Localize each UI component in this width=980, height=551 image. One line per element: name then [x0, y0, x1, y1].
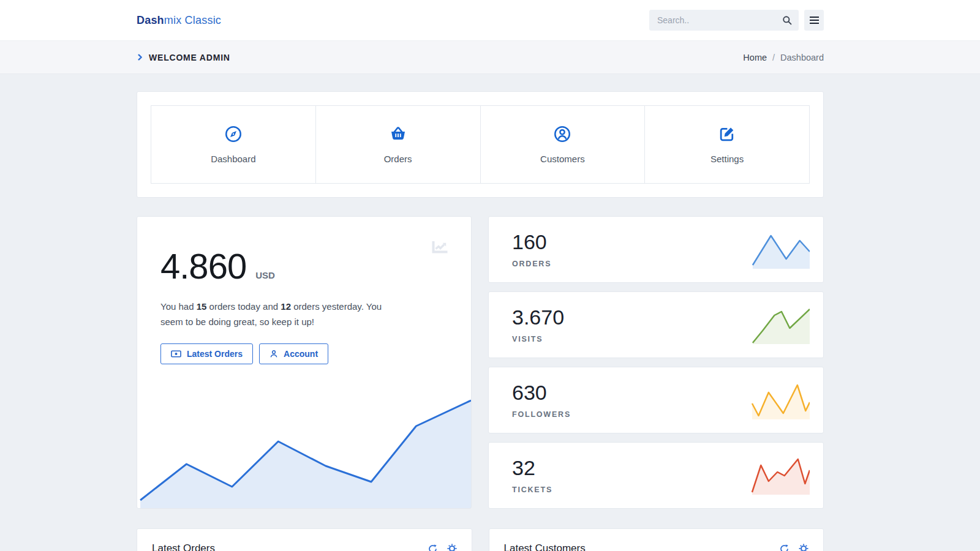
settings-button[interactable] [799, 544, 809, 551]
top-header: Dashmix Classic [0, 0, 980, 41]
page-title: WELCOME ADMIN [149, 53, 230, 62]
orders-sparkline [751, 231, 810, 269]
stat-value: 160 [512, 231, 551, 253]
latest-orders-button[interactable]: Latest Orders [160, 343, 253, 364]
latest-customers-card: Latest Customers [489, 528, 824, 551]
tile-label: Customers [540, 154, 585, 164]
brand-logo[interactable]: Dashmix Classic [137, 14, 221, 27]
tickets-sparkline [751, 457, 810, 495]
brand-logo-bold: Dash [137, 14, 164, 26]
chart-line-icon [431, 240, 449, 255]
followers-sparkline [751, 381, 810, 419]
refresh-button[interactable] [780, 544, 789, 551]
earnings-currency: USD [255, 270, 275, 280]
account-button[interactable]: Account [259, 343, 328, 364]
stat-label: FOLLOWERS [512, 410, 571, 419]
visits-sparkline [751, 306, 810, 344]
search-icon [782, 15, 792, 25]
compass-icon [224, 125, 243, 143]
breadcrumb-current: Dashboard [780, 53, 824, 62]
breadcrumb-home-link[interactable]: Home [743, 53, 767, 62]
shopping-basket-icon [389, 125, 407, 143]
menu-toggle-button[interactable] [804, 10, 824, 31]
user-circle-icon [553, 125, 571, 143]
breadcrumb-separator: / [772, 53, 775, 62]
stat-card-followers[interactable]: 630 FOLLOWERS [488, 367, 824, 433]
search-box [649, 10, 799, 31]
edit-icon [718, 125, 736, 143]
button-label: Latest Orders [187, 349, 243, 359]
earnings-card: 4.860 USD You had 15 orders today and 12… [137, 216, 472, 509]
stat-label: ORDERS [512, 260, 551, 268]
earnings-message: You had 15 orders today and 12 orders ye… [160, 299, 385, 329]
page-heading-bar: WELCOME ADMIN Home / Dashboard [0, 41, 980, 74]
gear-icon [447, 544, 457, 551]
card-title: Latest Customers [504, 542, 586, 551]
tile-orders[interactable]: Orders [315, 105, 481, 184]
breadcrumb: Home / Dashboard [743, 53, 824, 62]
stat-value: 32 [512, 457, 552, 479]
tile-label: Settings [710, 154, 744, 164]
stat-card-tickets[interactable]: 32 TICKETS [488, 442, 824, 509]
stat-label: TICKETS [512, 485, 552, 494]
button-label: Account [284, 349, 318, 359]
stat-label: VISITS [512, 335, 564, 343]
banknote-icon [171, 350, 181, 358]
search-input[interactable] [649, 15, 775, 25]
settings-button[interactable] [447, 544, 457, 551]
quick-nav-card: Dashboard Orders [137, 91, 824, 198]
tile-label: Orders [384, 154, 412, 164]
card-title: Latest Orders [152, 542, 215, 551]
tile-label: Dashboard [211, 154, 255, 164]
refresh-button[interactable] [428, 544, 437, 551]
stat-card-visits[interactable]: 3.670 VISITS [488, 291, 824, 358]
refresh-icon [780, 544, 789, 551]
earnings-amount: 4.860 [160, 249, 246, 284]
gear-icon [799, 544, 809, 551]
user-icon [270, 350, 278, 358]
chevron-right-icon [137, 54, 143, 61]
header-actions [649, 10, 824, 31]
stat-card-orders[interactable]: 160 ORDERS [488, 216, 824, 283]
refresh-icon [428, 544, 437, 551]
brand-logo-rest: mix Classic [164, 14, 221, 26]
hamburger-icon [810, 17, 819, 24]
search-button[interactable] [775, 10, 799, 31]
main-content: Dashboard Orders [137, 74, 824, 551]
stats-column: 160 ORDERS 3.670 VISITS 630 FOLLOWERS [488, 216, 824, 509]
tile-customers[interactable]: Customers [480, 105, 646, 184]
tile-settings[interactable]: Settings [644, 105, 810, 184]
stat-value: 3.670 [512, 306, 564, 329]
stat-value: 630 [512, 381, 571, 404]
tile-dashboard[interactable]: Dashboard [151, 105, 316, 184]
earnings-area-chart [137, 389, 471, 508]
latest-orders-card: Latest Orders [137, 528, 472, 551]
